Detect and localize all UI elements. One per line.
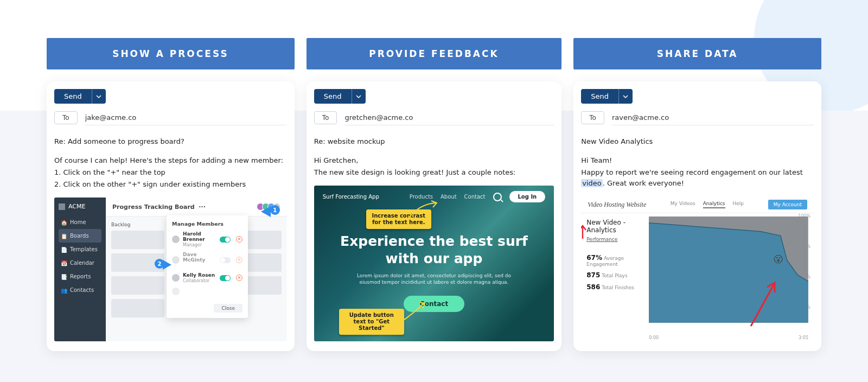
send-button[interactable]: Send xyxy=(314,89,352,104)
email-body: Of course I can help! Here's the steps f… xyxy=(54,154,287,191)
sidebar-item-boards[interactable]: 📋Boards xyxy=(59,229,101,243)
engagement-chart: 100% 75% 50% 25% 😮 xyxy=(649,217,808,338)
close-button[interactable]: Close xyxy=(214,304,242,313)
search-icon[interactable] xyxy=(493,193,502,201)
my-account-button[interactable]: My Account xyxy=(768,200,807,209)
header-feedback: PROVIDE FEEDBACK xyxy=(307,38,561,69)
sidebar-item-reports[interactable]: 📑Reports xyxy=(59,270,101,283)
to-field[interactable] xyxy=(85,110,287,125)
card-data: Send To New Video Analytics Hi Team! Hap… xyxy=(573,81,821,351)
send-dropdown[interactable] xyxy=(92,89,106,104)
sidebar-item-calendar[interactable]: 📅Calendar xyxy=(59,256,101,270)
annotation-2: Update button text to "Get Started" xyxy=(339,309,404,335)
analytics-title: New Video - Analytics xyxy=(586,219,638,234)
subtext: Lorem ipsum dolor sit amet, consectetur … xyxy=(353,272,515,286)
login-button[interactable]: Log In xyxy=(509,191,546,202)
email-body: Hi Team! Happy to report we're seeing re… xyxy=(581,154,814,190)
sidebar-item-home[interactable]: 🏠Home xyxy=(59,215,101,229)
to-field[interactable] xyxy=(612,110,814,125)
header-process: SHOW A PROCESS xyxy=(47,38,295,69)
mockup-screenshot: Surf Forecasting App Products About Cont… xyxy=(314,186,554,341)
callout-1: 1 xyxy=(270,205,280,215)
subject-line: Re: Add someone to progress board? xyxy=(54,137,287,145)
board-title: Progress Tracking Board ··· xyxy=(112,203,206,211)
send-button[interactable]: Send xyxy=(581,89,618,104)
card-process: Send To Re: Add someone to progress boar… xyxy=(47,81,295,351)
send-dropdown[interactable] xyxy=(352,89,366,104)
to-button[interactable]: To xyxy=(54,111,78,124)
stat-finishes: 586Total Finishes xyxy=(586,283,638,291)
card-feedback: Send To Re: website mockup Hi Gretchen, … xyxy=(307,81,561,351)
email-body: Hi Gretchen, The new site design is look… xyxy=(314,154,554,179)
analytics-nav[interactable]: My Videos Analytics Help xyxy=(671,201,744,208)
surf-brand: Surf Forecasting App xyxy=(323,194,379,200)
to-button[interactable]: To xyxy=(314,111,337,124)
subject-line: New Video Analytics xyxy=(581,137,814,145)
stat-engagement: 67%Average Engagement xyxy=(586,254,638,267)
analytics-brand: Video Hosting Website xyxy=(588,201,646,209)
surprised-emoji-icon: 😮 xyxy=(773,253,783,265)
sidebar-item-contacts[interactable]: 👥Contacts xyxy=(59,283,101,297)
header-data: SHARE DATA xyxy=(573,38,821,69)
send-button[interactable]: Send xyxy=(54,89,92,104)
to-button[interactable]: To xyxy=(581,111,604,124)
sidebar-item-templates[interactable]: 📄Templates xyxy=(59,243,101,256)
stat-plays: 875Total Plays xyxy=(586,271,638,279)
analytics-screenshot: Video Hosting Website My Videos Analytic… xyxy=(581,196,814,341)
headline: Experience the best surf with our app xyxy=(323,233,545,267)
kanban-screenshot: ACME 🏠Home 📋Boards 📄Templates 📅Calendar … xyxy=(54,198,287,341)
to-field[interactable] xyxy=(344,110,554,125)
performance-tab[interactable]: Performance xyxy=(586,237,617,242)
manage-members-popup: Manage Members Harold BrennerManager Dav… xyxy=(167,215,248,318)
send-dropdown[interactable] xyxy=(618,89,633,104)
subject-line: Re: website mockup xyxy=(314,137,554,145)
